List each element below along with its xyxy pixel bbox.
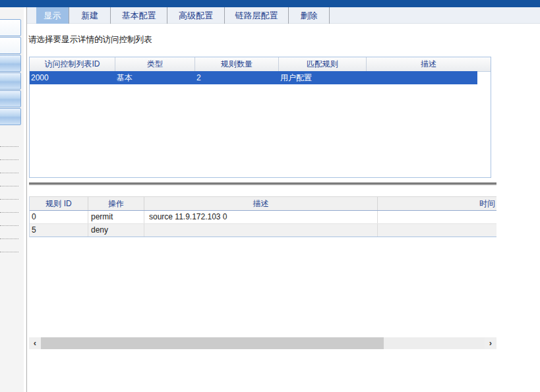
- acl-cell-id: 2000: [30, 71, 115, 84]
- rule-table-row[interactable]: 5 deny: [30, 224, 496, 237]
- sidebar-menu-divider: [0, 159, 18, 160]
- rule-header-time: 时间: [378, 197, 496, 210]
- sidebar-menu-divider: [0, 225, 18, 226]
- rule-table: 规则 ID 操作 描述 时间 0 permit source 11.9.172.…: [30, 196, 496, 237]
- rule-cell-desc: source 11.9.172.103 0: [144, 211, 378, 223]
- action-tabbar: 显示 新建 基本配置 高级配置 链路层配置 删除: [27, 7, 540, 24]
- acl-table: 访问控制列表ID 类型 规则数量 匹配规则 描述 2000 基本 2 用户配置: [29, 57, 491, 178]
- tab-show[interactable]: 显示: [36, 7, 69, 24]
- sidebar: [0, 7, 24, 392]
- pane-splitter[interactable]: [29, 182, 496, 185]
- rule-table-header: 规则 ID 操作 描述 时间: [30, 196, 496, 211]
- sidebar-menu-divider: [0, 252, 18, 252]
- rule-header-action: 操作: [88, 197, 144, 210]
- acl-header-rule-count: 规则数量: [195, 57, 279, 71]
- rule-cell-id: 5: [30, 224, 88, 237]
- acl-header-match: 匹配规则: [279, 57, 367, 71]
- horizontal-scrollbar[interactable]: ‹ ›: [29, 337, 496, 349]
- rule-header-desc: 描述: [144, 197, 378, 210]
- acl-header-id: 访问控制列表ID: [30, 57, 115, 71]
- sidebar-button-6[interactable]: [0, 108, 21, 125]
- tab-link-layer-config[interactable]: 链路层配置: [224, 7, 288, 24]
- acl-cell-type: 基本: [115, 71, 195, 84]
- sidebar-menu-divider: [0, 238, 18, 239]
- sidebar-button-5[interactable]: [0, 90, 21, 107]
- acl-header-type: 类型: [115, 57, 195, 71]
- sidebar-menu-divider: [0, 199, 18, 200]
- scrollbar-thumb[interactable]: [41, 337, 384, 349]
- rule-cell-time: [378, 224, 496, 237]
- rule-cell-desc: [144, 224, 378, 237]
- acl-cell-rule-count: 2: [195, 71, 279, 84]
- acl-table-header: 访问控制列表ID 类型 规则数量 匹配规则 描述: [30, 57, 491, 72]
- tab-basic-config[interactable]: 基本配置: [110, 7, 167, 24]
- top-title-bar: [0, 0, 540, 7]
- rule-header-id: 规则 ID: [30, 197, 88, 210]
- sidebar-button-2[interactable]: [0, 37, 21, 54]
- rule-cell-action: deny: [88, 224, 144, 237]
- tab-delete[interactable]: 删除: [288, 7, 330, 24]
- tab-advanced-config[interactable]: 高级配置: [167, 7, 224, 24]
- sidebar-button-3[interactable]: [0, 55, 21, 72]
- rule-cell-id: 0: [30, 211, 88, 223]
- rule-table-viewport: 规则 ID 操作 描述 时间 0 permit source 11.9.172.…: [29, 196, 496, 237]
- main-pane: 显示 新建 基本配置 高级配置 链路层配置 删除 请选择要显示详情的访问控制列表…: [27, 7, 540, 392]
- scroll-right-icon[interactable]: ›: [485, 337, 496, 349]
- rule-table-row[interactable]: 0 permit source 11.9.172.103 0: [30, 211, 496, 224]
- sidebar-menu-divider: [0, 173, 18, 173]
- acl-table-row-selected[interactable]: 2000 基本 2 用户配置: [30, 71, 477, 84]
- sidebar-menu-divider: [0, 146, 18, 147]
- select-acl-hint: 请选择要显示详情的访问控制列表: [28, 34, 152, 45]
- sidebar-menu-divider: [0, 186, 18, 186]
- sidebar-menu-divider: [0, 212, 18, 213]
- acl-cell-match: 用户配置: [279, 71, 367, 84]
- acl-header-desc: 描述: [367, 57, 491, 71]
- rule-cell-time: [378, 211, 496, 223]
- tab-new[interactable]: 新建: [69, 7, 110, 24]
- scroll-left-icon[interactable]: ‹: [29, 337, 41, 349]
- sidebar-button-4[interactable]: [0, 72, 21, 90]
- rule-cell-action: permit: [88, 211, 144, 223]
- acl-cell-desc: [367, 71, 477, 84]
- sidebar-button-1[interactable]: [0, 19, 21, 36]
